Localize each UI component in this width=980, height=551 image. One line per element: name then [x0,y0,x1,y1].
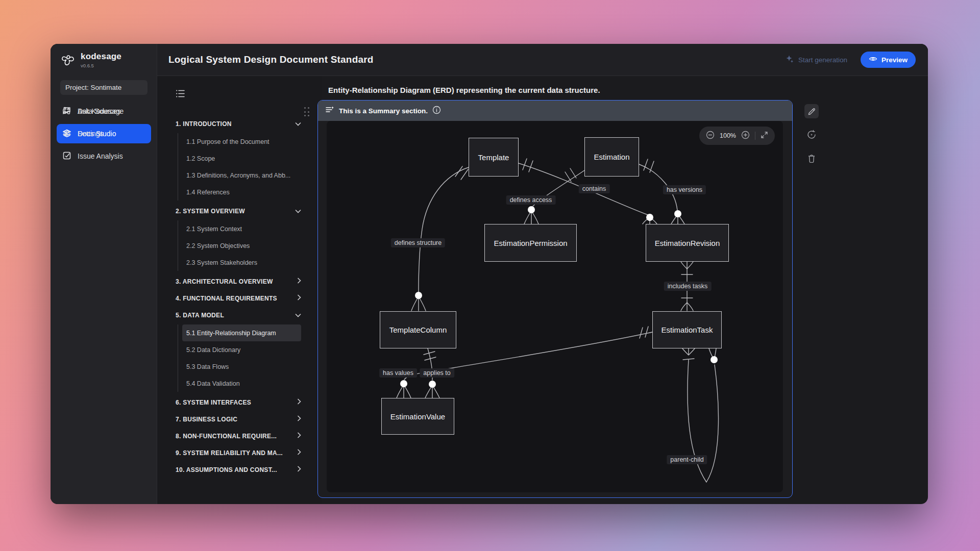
toc-section-label: 10. ASSUMPTIONS AND CONST... [176,466,277,473]
document-outline: 1. INTRODUCTION 1.1 Purpose of the Docum… [157,76,322,504]
chevron-right-icon [297,278,301,285]
toc-section-label: 9. SYSTEM RELIABILITY AND MA... [176,449,283,457]
toc-item[interactable]: 1.2 Scope [182,150,301,167]
data-shapes-icon [62,106,72,117]
toc-item[interactable]: 2.3 System Stakeholders [182,254,301,271]
entity-template-column[interactable]: TemplateColumn [380,311,456,348]
summary-banner-text: This is a Summary section. [339,107,428,115]
toc-section-label: 5. DATA MODEL [176,312,224,319]
preview-button[interactable]: Preview [861,52,916,68]
divider [755,132,755,140]
toc-item[interactable]: 1.3 Definitions, Acronyms, and Abb... [182,167,301,184]
toc-section-label: 6. SYSTEM INTERFACES [176,399,251,406]
section-drag-handle[interactable] [304,107,310,117]
toc-section-label: 8. NON-FUNCTIONAL REQUIRE... [176,433,277,440]
toc-item-selected[interactable]: 5.1 Entity-Relationship Diagram [182,324,301,341]
chevron-right-icon [297,415,301,423]
relationship-label: applies to [420,368,454,378]
toc-item[interactable]: 2.2 System Objectives [182,237,301,254]
brand: kodesage v0.6.5 [60,52,121,70]
summary-section-header: This is a Summary section. [318,101,792,121]
start-generation-label: Start generation [798,56,847,64]
toc-item[interactable]: 5.2 Data Dictionary [182,341,301,358]
section-toolbar [804,104,819,165]
fullscreen-icon[interactable] [761,131,768,141]
zoom-in-button[interactable] [741,131,750,141]
toc-section-system-overview[interactable]: 2. SYSTEM OVERVIEW [176,203,301,219]
sidebar-item-settings[interactable]: Settings [57,124,151,143]
chevron-right-icon [297,398,301,406]
outline-list-icon[interactable] [176,89,301,100]
toc-section-business-logic[interactable]: 7. BUSINESS LOGIC [176,411,301,428]
sparkle-icon [786,55,794,65]
entity-estimation-revision[interactable]: EstimationRevision [646,224,729,262]
entity-estimation-permission[interactable]: EstimationPermission [484,224,577,262]
chevron-down-icon [295,120,301,128]
toc-item[interactable]: 1.4 References [182,184,301,201]
toc-section-label: 7. BUSINESS LOGIC [176,416,237,423]
entity-estimation[interactable]: Estimation [584,137,639,177]
chevron-down-icon [295,208,301,215]
zoom-controls: 100% [699,127,775,145]
kodesage-logo-icon [60,52,76,70]
chevron-right-icon [297,294,301,302]
sidebar-item-data-sources[interactable]: Data Sources [57,102,151,121]
info-icon[interactable] [432,106,441,116]
summary-section-panel[interactable]: This is a Summary section. [317,100,793,498]
toc-section-functional-requirements[interactable]: 4. FUNCTIONAL REQUIREMENTS [176,290,301,307]
toc-section-system-interfaces[interactable]: 6. SYSTEM INTERFACES [176,394,301,411]
section-heading: Entity-Relationship Diagram (ERD) repres… [328,86,600,94]
relationship-label: includes tasks [664,282,712,291]
entity-template[interactable]: Template [469,138,519,177]
brand-version: v0.6.5 [81,63,121,68]
relationship-label: contains [579,184,610,193]
sidebar-footer: Data Sources Settings [57,102,151,497]
eye-icon [869,55,877,65]
brand-name: kodesage [81,52,121,62]
sliders-icon [62,128,72,140]
app-window: kodesage v0.6.5 Project: Sontimate Ask K… [51,44,928,504]
toc-section-label: 4. FUNCTIONAL REQUIREMENTS [176,295,277,302]
toc-item[interactable]: 2.1 System Context [182,220,301,237]
toc-section-label: 3. ARCHITECTURAL OVERVIEW [176,278,273,285]
document-title: Logical System Design Document Standard [168,54,374,65]
toc-item[interactable]: 5.4 Data Validation [182,375,301,392]
relationship-label: defines structure [391,238,445,247]
preview-label: Preview [881,56,908,64]
start-generation-button[interactable]: Start generation [786,55,847,65]
chevron-right-icon [297,466,301,473]
toc-section-system-reliability[interactable]: 9. SYSTEM RELIABILITY AND MA... [176,444,301,461]
chevron-right-icon [297,432,301,440]
sidebar: kodesage v0.6.5 Project: Sontimate Ask K… [51,44,157,504]
toc-section-label: 1. INTRODUCTION [176,120,232,128]
erd-diagram [327,121,783,492]
erd-canvas[interactable]: Template Estimation EstimationPermission… [327,121,783,492]
toc-section-data-model[interactable]: 5. DATA MODEL [176,307,301,323]
relationship-label: has versions [663,185,706,194]
chevron-down-icon [295,312,301,319]
toc-section-assumptions-constraints[interactable]: 10. ASSUMPTIONS AND CONST... [176,461,301,478]
toc-item[interactable]: 1.1 Purpose of the Document [182,133,301,150]
zoom-level: 100% [720,132,736,139]
regenerate-button[interactable] [804,128,819,142]
entity-estimation-value[interactable]: EstimationValue [381,398,454,435]
edit-button[interactable] [804,104,819,118]
relationship-label: defines access [506,195,556,205]
chevron-right-icon [297,449,301,457]
toc-section-architectural-overview[interactable]: 3. ARCHITECTURAL OVERVIEW [176,273,301,290]
toc-section-introduction[interactable]: 1. INTRODUCTION [176,115,301,132]
toc-section-non-functional-requirements[interactable]: 8. NON-FUNCTIONAL REQUIRE... [176,428,301,444]
relationship-label: has values [379,368,417,378]
delete-button[interactable] [804,151,819,165]
toc-section-label: 2. SYSTEM OVERVIEW [176,208,245,215]
sidebar-item-label: Settings [78,130,104,138]
sidebar-item-label: Data Sources [78,107,121,115]
toc-item[interactable]: 5.3 Data Flows [182,358,301,375]
topbar: Logical System Design Document Standard … [157,44,928,76]
project-selector[interactable]: Project: Sontimate [60,80,148,95]
summary-lines-icon [325,106,334,116]
zoom-out-button[interactable] [706,131,715,141]
entity-estimation-task[interactable]: EstimationTask [652,311,722,348]
relationship-label: parent-child [667,455,707,464]
